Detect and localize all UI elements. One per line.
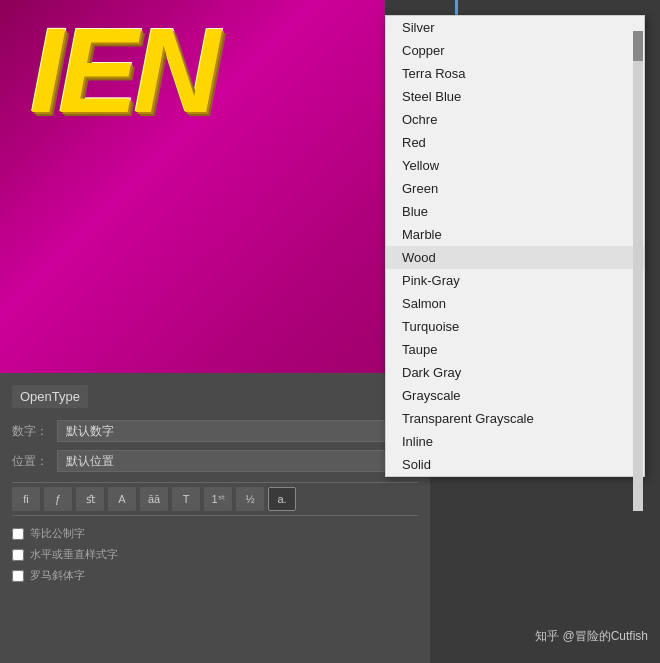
- menu-item[interactable]: Steel Blue: [386, 85, 644, 108]
- icon-button-1[interactable]: ƒ: [44, 487, 72, 511]
- checkbox-2[interactable]: [12, 549, 24, 561]
- checkbox-row-1: 等比公制字: [12, 526, 418, 541]
- icon-button-5[interactable]: T: [172, 487, 200, 511]
- menu-item[interactable]: Red: [386, 131, 644, 154]
- menu-item[interactable]: Yellow: [386, 154, 644, 177]
- icon-button-8[interactable]: a.: [268, 487, 296, 511]
- icon-button-2[interactable]: ﬆ: [76, 487, 104, 511]
- icon-button-0[interactable]: fi: [12, 487, 40, 511]
- digit-row: 数字： 默认数字: [12, 420, 418, 442]
- checkbox-label-1: 等比公制字: [30, 526, 85, 541]
- scrollbar-thumb[interactable]: [633, 31, 643, 61]
- position-label: 位置：: [12, 453, 57, 470]
- checkbox-row-3: 罗马斜体字: [12, 568, 418, 583]
- menu-item[interactable]: Inline: [386, 430, 644, 453]
- menu-item[interactable]: Pink-Gray: [386, 269, 644, 292]
- dropdown-menu: SilverCopperTerra RosaSteel BlueOchreRed…: [385, 15, 645, 477]
- menu-item[interactable]: Solid: [386, 453, 644, 476]
- menu-item[interactable]: Transparent Grayscale: [386, 407, 644, 430]
- menu-item[interactable]: Ochre: [386, 108, 644, 131]
- icon-button-3[interactable]: A: [108, 487, 136, 511]
- digit-label: 数字：: [12, 423, 57, 440]
- checkbox-1[interactable]: [12, 528, 24, 540]
- scrollbar[interactable]: [633, 31, 643, 511]
- checkbox-label-3: 罗马斜体字: [30, 568, 85, 583]
- opentype-panel: OpenType 数字： 默认数字 位置： 默认位置 fiƒﬆAāāT1ˢᵗ½a…: [0, 373, 430, 663]
- menu-item[interactable]: Blue: [386, 200, 644, 223]
- icon-button-7[interactable]: ½: [236, 487, 264, 511]
- checkbox-label-2: 水平或垂直样式字: [30, 547, 118, 562]
- digit-select[interactable]: 默认数字: [57, 420, 418, 442]
- menu-item[interactable]: Taupe: [386, 338, 644, 361]
- menu-item[interactable]: Green: [386, 177, 644, 200]
- icon-buttons-row: fiƒﬆAāāT1ˢᵗ½a.: [12, 482, 418, 516]
- menu-item[interactable]: Terra Rosa: [386, 62, 644, 85]
- menu-item[interactable]: Wood: [386, 246, 644, 269]
- icon-button-4[interactable]: āā: [140, 487, 168, 511]
- checkbox-row-2: 水平或垂直样式字: [12, 547, 418, 562]
- menu-item[interactable]: Copper: [386, 39, 644, 62]
- checkbox-3[interactable]: [12, 570, 24, 582]
- position-row: 位置： 默认位置: [12, 450, 418, 472]
- menu-item[interactable]: Silver: [386, 16, 644, 39]
- position-select[interactable]: 默认位置: [57, 450, 418, 472]
- icon-button-6[interactable]: 1ˢᵗ: [204, 487, 232, 511]
- menu-item[interactable]: Dark Gray: [386, 361, 644, 384]
- menu-item[interactable]: Grayscale: [386, 384, 644, 407]
- title-text: IEN: [30, 10, 215, 130]
- panel-title: OpenType: [12, 385, 88, 408]
- menu-item[interactable]: Marble: [386, 223, 644, 246]
- menu-item[interactable]: Salmon: [386, 292, 644, 315]
- menu-item[interactable]: Turquoise: [386, 315, 644, 338]
- watermark: 知乎 @冒险的Cutfish: [535, 628, 648, 645]
